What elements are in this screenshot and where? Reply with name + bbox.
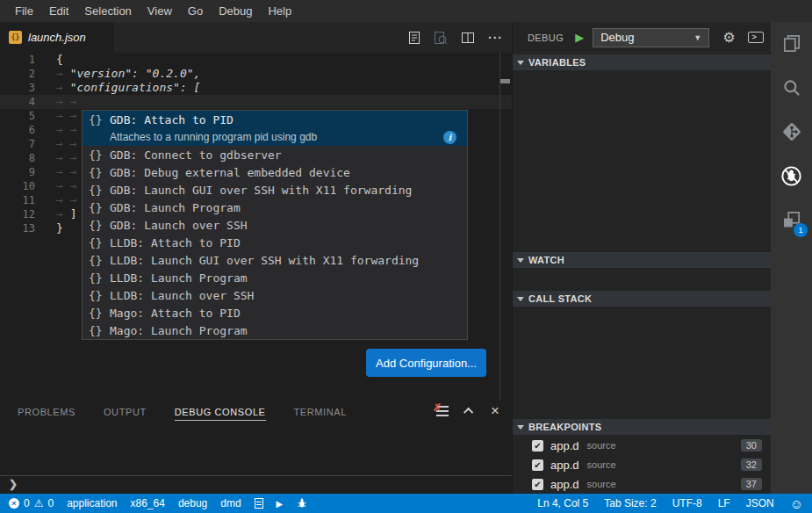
bottom-panel: PROBLEMSOUTPUTDEBUG CONSOLETERMINAL ✗ × … [0, 400, 512, 494]
editor-actions: ··· [408, 22, 503, 53]
suggest-item[interactable]: {}GDB: Launch over SSH [83, 216, 467, 234]
extensions-icon[interactable]: 1 [771, 198, 812, 242]
panel-tab-terminal[interactable]: TERMINAL [294, 407, 347, 421]
breakpoint-checkbox[interactable]: ✔ [532, 440, 543, 452]
more-actions-icon[interactable]: ··· [488, 31, 503, 45]
status-debug[interactable]: debug [178, 497, 207, 509]
suggest-item-label: Mago: Launch Program [110, 324, 248, 337]
maximize-panel-icon[interactable] [463, 408, 473, 417]
suggest-item-label-row: {}LLDB: Launch Program [83, 269, 467, 286]
line-code: → → [35, 193, 83, 206]
suggest-item[interactable]: {}Mago: Attach to PID [83, 304, 467, 322]
feedback-smiley-icon[interactable]: ☺ [790, 496, 803, 511]
editor-line-4[interactable]: 4→ → [0, 95, 512, 109]
suggest-item-label-row: {}Mago: Attach to PID [83, 304, 467, 322]
add-configuration-button[interactable]: Add Configuration... [366, 349, 486, 377]
info-icon[interactable]: i [443, 131, 456, 144]
editor-line-3[interactable]: 3→ "configurations": [ [0, 81, 512, 95]
search-icon[interactable] [771, 66, 812, 110]
suggest-item[interactable]: {}GDB: Debug external embedded device [83, 163, 467, 181]
warning-count: 0 [47, 497, 54, 509]
run-status-icon[interactable]: ▶ [277, 499, 284, 509]
whitespace-arrows: → [56, 81, 70, 94]
editor-line-2[interactable]: 2→ "version": "0.2.0", [0, 67, 512, 81]
split-editor-icon[interactable] [461, 32, 475, 44]
line-code: { [35, 53, 63, 66]
search-editor-icon[interactable] [434, 31, 448, 45]
section-variables[interactable]: VARIABLES [513, 54, 771, 70]
suggest-item[interactable]: {}LLDB: Launch GUI over SSH with X11 for… [83, 251, 467, 269]
suggest-item-label: GDB: Launch over SSH [110, 219, 248, 232]
suggest-item[interactable]: {}GDB: Launch Program [83, 199, 467, 216]
code-editor[interactable]: 1{2→ "version": "0.2.0",3→ "configuratio… [0, 53, 512, 400]
line-number: 7 [0, 137, 35, 151]
explorer-icon[interactable] [771, 22, 812, 66]
configure-gear-icon[interactable]: ⚙ [722, 29, 735, 46]
breakpoint-checkbox[interactable]: ✔ [532, 479, 543, 490]
suggest-item[interactable]: {}GDB: Connect to gdbserver [83, 146, 467, 163]
menu-view[interactable]: View [140, 4, 180, 18]
status-tab-size-2[interactable]: Tab Size: 2 [604, 497, 656, 509]
status-ln-4-col-5[interactable]: Ln 4, Col 5 [537, 497, 588, 509]
close-panel-icon[interactable]: × [491, 406, 499, 416]
clear-console-icon[interactable]: ✗ [436, 406, 449, 416]
debug-status-icon[interactable] [296, 497, 308, 509]
source-control-icon[interactable] [771, 110, 812, 154]
status-json[interactable]: JSON [746, 497, 774, 509]
suggest-item[interactable]: {}GDB: Launch GUI over SSH with X11 forw… [83, 181, 467, 199]
menu-edit[interactable]: Edit [41, 4, 76, 18]
suggest-item[interactable]: {}LLDB: Attach to PID [83, 234, 467, 251]
tab-bar: {} launch.json ··· [0, 22, 512, 53]
breakpoint-checkbox[interactable]: ✔ [532, 459, 543, 471]
line-number: 8 [0, 151, 35, 165]
panel-tab-debug-console[interactable]: DEBUG CONSOLE [175, 407, 266, 421]
editor-group: {} launch.json ··· 1{2→ "version": "0.2.… [0, 22, 512, 494]
suggest-item[interactable]: {}LLDB: Launch Program [83, 269, 467, 286]
menu-bar: FileEditSelectionViewGoDebugHelp [0, 0, 812, 22]
breakpoint-kind: source [587, 440, 616, 451]
line-code: → → [35, 95, 83, 108]
breakpoint-file: app.d [550, 439, 579, 452]
section-breakpoints[interactable]: BREAKPOINTS [513, 419, 771, 435]
debug-configuration-select[interactable]: Debug ▼ [593, 28, 709, 47]
status-application[interactable]: application [67, 497, 117, 509]
start-debugging-icon[interactable]: ▶ [575, 31, 584, 44]
debug-icon[interactable] [771, 154, 812, 198]
line-number: 6 [0, 123, 35, 137]
panel-actions: ✗ × [436, 406, 499, 416]
twistie-icon [517, 425, 524, 430]
open-docs-status-icon[interactable] [255, 498, 263, 509]
debug-console-input[interactable]: ❯ [0, 475, 512, 492]
menu-debug[interactable]: Debug [211, 4, 260, 18]
status-utf-8[interactable]: UTF-8 [672, 497, 702, 509]
twistie-icon [517, 61, 524, 65]
problems-status[interactable]: × 0 ⚠ 0 [9, 497, 54, 509]
suggest-item[interactable]: {}GDB: Attach to PIDAttaches to a runnin… [83, 111, 467, 146]
menu-help[interactable]: Help [260, 4, 299, 18]
panel-tab-problems[interactable]: PROBLEMS [18, 407, 75, 421]
section-call-stack[interactable]: CALL STACK [513, 291, 771, 307]
editor-line-1[interactable]: 1{ [0, 53, 512, 67]
open-preview-icon[interactable] [408, 31, 420, 45]
breakpoint-row[interactable]: ✔app.dsource30 [513, 436, 771, 455]
status-x86_64[interactable]: x86_64 [131, 497, 165, 509]
line-code: → → [35, 179, 83, 192]
suggest-item[interactable]: {}LLDB: Launch over SSH [83, 286, 467, 304]
menu-go[interactable]: Go [180, 4, 211, 18]
snippet-icon: {} [89, 219, 110, 232]
debug-console-toggle-icon[interactable]: > [748, 32, 764, 43]
status-dmd[interactable]: dmd [220, 497, 241, 509]
status-lf[interactable]: LF [718, 497, 730, 509]
activity-bar: 1 [771, 22, 812, 494]
menu-selection[interactable]: Selection [76, 4, 139, 18]
tab-launch-json[interactable]: {} launch.json [0, 22, 114, 53]
snippet-icon: {} [89, 166, 110, 179]
suggest-item[interactable]: {}Mago: Launch Program [83, 322, 467, 339]
breakpoint-row[interactable]: ✔app.dsource32 [513, 455, 771, 474]
menu-file[interactable]: File [7, 4, 41, 18]
panel-tab-output[interactable]: OUTPUT [104, 407, 147, 421]
suggest-item-label: LLDB: Launch over SSH [110, 289, 254, 302]
breakpoint-row[interactable]: ✔app.dsource37 [513, 474, 771, 494]
section-watch[interactable]: WATCH [513, 252, 771, 268]
breakpoints-list: ✔app.dsource30✔app.dsource32✔app.dsource… [513, 436, 771, 494]
